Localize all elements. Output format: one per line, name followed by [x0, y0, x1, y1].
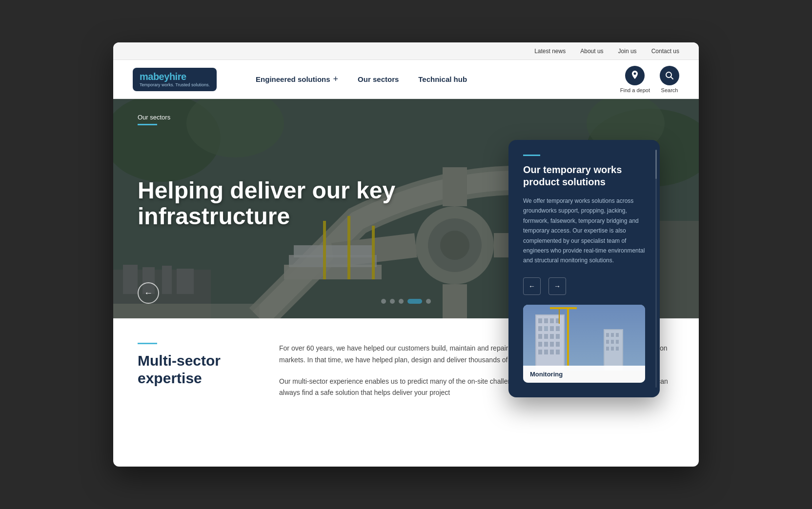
logo-box: mabeyhire Temporary works. Trusted solut…: [133, 68, 217, 91]
hero-breadcrumb: Our sectors: [138, 114, 674, 125]
breadcrumb-line: [138, 124, 157, 125]
svg-rect-57: [611, 340, 614, 344]
search-button[interactable]: Search: [660, 66, 679, 93]
utility-link-contact[interactable]: Contact us: [651, 48, 679, 55]
card-prev-button[interactable]: ←: [523, 277, 541, 295]
svg-rect-41: [544, 342, 548, 347]
hero-title: Helping deliver our key infrastructure: [138, 178, 430, 230]
card-title: Our temporary works product solutions: [523, 164, 645, 188]
svg-rect-50: [559, 309, 560, 324]
svg-rect-32: [538, 326, 542, 331]
utility-link-news[interactable]: Latest news: [534, 48, 566, 55]
svg-rect-59: [606, 347, 609, 351]
logo-area[interactable]: mabeyhire Temporary works. Trusted solut…: [133, 68, 217, 91]
logo-brand: mabey: [140, 71, 169, 82]
find-depot-button[interactable]: Find a depot: [620, 66, 650, 93]
card-image-label: Monitoring: [523, 366, 645, 383]
svg-rect-45: [544, 350, 548, 354]
nav-item-technical[interactable]: Technical hub: [408, 75, 477, 83]
logo-highlight: hire: [169, 71, 186, 82]
svg-rect-34: [550, 326, 554, 331]
content-heading: Multi-sector expertise: [138, 352, 250, 387]
svg-rect-29: [544, 318, 548, 323]
svg-rect-28: [538, 318, 542, 323]
svg-rect-40: [538, 342, 542, 347]
search-icon: [660, 66, 679, 85]
svg-rect-46: [550, 350, 554, 354]
svg-rect-55: [616, 333, 619, 337]
svg-line-1: [671, 77, 673, 79]
card-accent-line: [523, 155, 540, 156]
utility-bar: Latest news About us Join us Contact us: [113, 42, 699, 60]
find-depot-label: Find a depot: [620, 87, 650, 93]
svg-rect-39: [556, 334, 560, 339]
card-next-button[interactable]: →: [548, 277, 566, 295]
search-label: Search: [661, 87, 678, 93]
svg-rect-36: [538, 334, 542, 339]
svg-rect-35: [556, 326, 560, 331]
utility-link-join[interactable]: Join us: [618, 48, 637, 55]
floating-card: Our temporary works product solutions We…: [508, 140, 660, 397]
card-scrollbar: [655, 150, 657, 388]
card-body: We offer temporary works solutions acros…: [523, 196, 645, 266]
content-accent-line: [138, 343, 157, 344]
svg-rect-61: [616, 347, 619, 351]
content-left: Multi-sector expertise: [138, 343, 250, 409]
browser-window: Latest news About us Join us Contact us …: [113, 42, 699, 467]
svg-rect-60: [611, 347, 614, 351]
location-icon: [625, 66, 645, 85]
logo-tagline: Temporary works. Trusted solutions.: [140, 83, 210, 87]
card-nav: ← →: [523, 277, 645, 295]
nav-item-engineered[interactable]: Engineered solutions +: [246, 74, 348, 84]
svg-rect-37: [544, 334, 548, 339]
svg-rect-44: [538, 350, 542, 354]
card-image: Monitoring: [523, 305, 645, 383]
nav-links: Engineered solutions + Our sectors Techn…: [246, 74, 620, 84]
svg-rect-54: [611, 333, 614, 337]
logo-text: mabeyhire: [140, 72, 186, 81]
svg-rect-42: [550, 342, 554, 347]
svg-rect-43: [556, 342, 560, 347]
card-scrollbar-thumb[interactable]: [655, 150, 657, 179]
svg-rect-58: [616, 340, 619, 344]
main-nav: mabeyhire Temporary works. Trusted solut…: [113, 60, 699, 99]
utility-link-about[interactable]: About us: [580, 48, 603, 55]
svg-rect-48: [567, 307, 569, 371]
breadcrumb-text: Our sectors: [138, 114, 674, 121]
svg-rect-47: [556, 350, 560, 354]
svg-rect-30: [550, 318, 554, 323]
nav-actions: Find a depot Search: [620, 66, 679, 93]
nav-item-sectors[interactable]: Our sectors: [348, 75, 408, 83]
svg-rect-38: [550, 334, 554, 339]
plus-icon: +: [333, 74, 339, 84]
svg-rect-33: [544, 326, 548, 331]
hero-prev-button[interactable]: ←: [138, 282, 159, 304]
svg-rect-49: [550, 307, 577, 309]
svg-rect-56: [606, 340, 609, 344]
svg-rect-53: [606, 333, 609, 337]
